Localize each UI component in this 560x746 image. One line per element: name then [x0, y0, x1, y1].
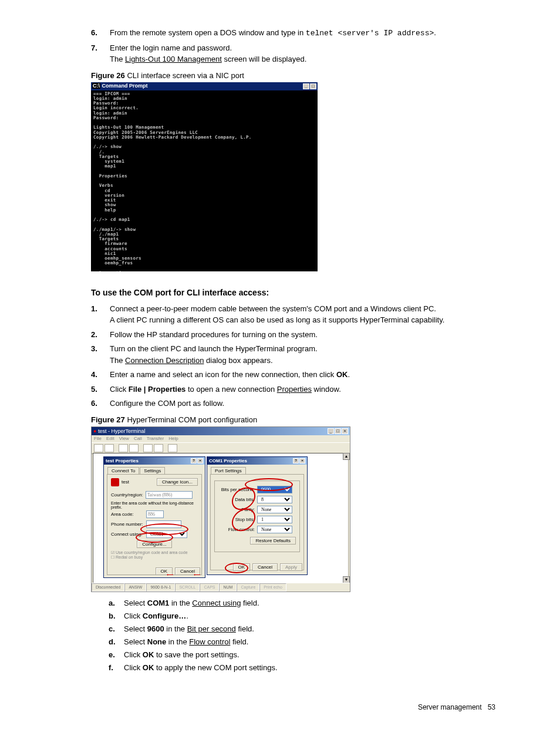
- tab-body: Bits per second: 9600 Data bits: 8 Parit…: [210, 474, 304, 570]
- apply-button: Apply: [280, 563, 302, 571]
- area-code-field: [146, 510, 164, 518]
- window-title: ● test - HyperTerminal: [93, 428, 145, 434]
- country-field: [146, 491, 193, 499]
- toolbar-icon: [143, 444, 153, 452]
- section-heading: To use the COM port for CLI interface ac…: [91, 288, 495, 297]
- toolbar-icon: [104, 444, 114, 452]
- menu-item: View: [119, 436, 129, 441]
- list-item: 2. Follow the HP standard procedures for…: [91, 329, 495, 341]
- ordered-list-top: 6. From the remote system open a DOS win…: [91, 27, 495, 65]
- maximize-icon: □: [335, 428, 341, 434]
- restore-defaults-button: Restore Defaults: [250, 537, 296, 545]
- minimize-icon: _: [328, 428, 334, 434]
- list-item: f. Click OK to apply the new COM port se…: [109, 663, 495, 673]
- list-item: e. Click OK to save the port settings.: [109, 650, 495, 660]
- list-text: From the remote system open a DOS window…: [110, 27, 495, 39]
- arrow-icon: ⟵: [194, 572, 200, 577]
- list-text: Enter the login name and password. The L…: [110, 42, 495, 65]
- bps-select: 9600: [257, 486, 292, 493]
- toolbar-icon: [94, 444, 103, 452]
- cancel-button: Cancel: [252, 563, 278, 571]
- dialog-titlebar: COM1 Properties ? ×: [207, 457, 307, 465]
- ordered-list-steps: 1. Connect a peer-to-peer modem cable be…: [91, 303, 495, 409]
- window-buttons: _ □ ×: [328, 428, 348, 434]
- maximize-icon: □: [310, 83, 316, 89]
- tab-body: test Change Icon... Country/region: Ente…: [107, 474, 202, 575]
- tab-strip: Connect To Settings: [107, 467, 205, 474]
- help-icon: ?: [191, 458, 197, 463]
- toolbar-icon: [168, 444, 177, 452]
- code-text: telnet <server's IP address>: [306, 29, 434, 38]
- figure-caption: Figure 27 HyperTerminal COM port configu…: [91, 415, 495, 424]
- checkbox-icon: ☐: [111, 555, 114, 559]
- dialog-connection-properties: test Properties ? × Connect To Settings …: [103, 456, 205, 578]
- console-output: === IPCOM === login: admin Password: Log…: [91, 90, 318, 271]
- figure-cli-screenshot: C:\ Command Prompt _ □ === IPCOM === log…: [91, 82, 318, 271]
- list-item: b. Click Configure….: [109, 611, 495, 621]
- list-marker: 7.: [91, 42, 110, 65]
- menu-item: Call: [134, 436, 142, 441]
- menu-item: Edit: [106, 436, 114, 441]
- window-titlebar: ● test - HyperTerminal _ □ ×: [92, 427, 350, 435]
- window-titlebar: C:\ Command Prompt _ □: [91, 82, 318, 90]
- close-icon: ×: [299, 458, 305, 463]
- tab-port-settings: Port Settings: [211, 467, 246, 474]
- list-item: c. Select 9600 in the Bit per second fie…: [109, 624, 495, 634]
- parity-select: None: [257, 506, 292, 513]
- menu-item: File: [94, 436, 102, 441]
- list-item: a. Select COM1 in the Connect using fiel…: [109, 598, 495, 609]
- figure-hyperterminal-screenshot: ● test - HyperTerminal _ □ × File Edit V…: [91, 426, 350, 592]
- window-title: C:\ Command Prompt: [92, 83, 148, 89]
- change-icon-button: Change Icon...: [157, 478, 198, 486]
- dialog-titlebar: test Properties ? ×: [104, 457, 205, 465]
- phone-field: [146, 520, 181, 528]
- list-item: 6. From the remote system open a DOS win…: [91, 27, 495, 39]
- toolbar-icon: [154, 444, 163, 452]
- arrow-icon: ⟵: [167, 572, 173, 577]
- close-icon: ×: [197, 458, 203, 463]
- port-settings-group: Bits per second: 9600 Data bits: 8 Parit…: [214, 480, 300, 552]
- list-marker: 6.: [91, 27, 110, 39]
- stopbits-select: 1: [257, 516, 292, 523]
- tab-settings: Settings: [140, 467, 165, 474]
- statusbar: Disconnected ANSIW 9600 8-N-1 SCROLL CAP…: [92, 583, 350, 592]
- connection-icon: [111, 478, 119, 486]
- checkbox-icon: ☑: [111, 550, 114, 555]
- dialog-com-properties: COM1 Properties ? × Port Settings Bits p…: [207, 456, 308, 575]
- toolbar-icon: [119, 444, 128, 452]
- databits-select: 8: [257, 496, 292, 503]
- tab-connect-to: Connect To: [107, 467, 139, 474]
- ordered-sublist: a. Select COM1 in the Connect using fiel…: [109, 598, 495, 674]
- flow-select: None: [257, 526, 292, 533]
- menubar: File Edit View Call Transfer Help: [92, 435, 350, 442]
- document-page: 6. From the remote system open a DOS win…: [0, 0, 560, 735]
- toolbar: [92, 442, 350, 454]
- scrollbar-up-icon: ▲: [343, 453, 350, 460]
- list-item: 3. Turn on the client PC and launch the …: [91, 343, 495, 366]
- menu-item: Help: [168, 436, 178, 441]
- menu-item: Transfer: [147, 436, 164, 441]
- configure-button: Configure...: [137, 540, 171, 548]
- list-item: 4. Enter a name and select an icon for t…: [91, 369, 495, 381]
- list-item: 6. Configure the COM port as follow.: [91, 398, 495, 409]
- ok-button: OK: [233, 563, 251, 571]
- list-item: 5. Click File | Properties to open a new…: [91, 384, 495, 395]
- window-buttons: _ □: [303, 83, 316, 89]
- tab-strip: Port Settings: [211, 467, 307, 474]
- list-item: d. Select None in the Flow control field…: [109, 637, 495, 647]
- figure-caption: Figure 26 CLI interface screen via a NIC…: [91, 71, 495, 80]
- toolbar-icon: [129, 444, 139, 452]
- minimize-icon: _: [303, 83, 309, 89]
- connect-using-select: COM1: [146, 530, 187, 538]
- close-icon: ×: [342, 428, 348, 434]
- list-item: 7. Enter the login name and password. Th…: [91, 42, 495, 65]
- help-icon: ?: [293, 458, 299, 463]
- page-footer: Server management 53: [91, 703, 495, 711]
- list-item: 1. Connect a peer-to-peer modem cable be…: [91, 303, 495, 326]
